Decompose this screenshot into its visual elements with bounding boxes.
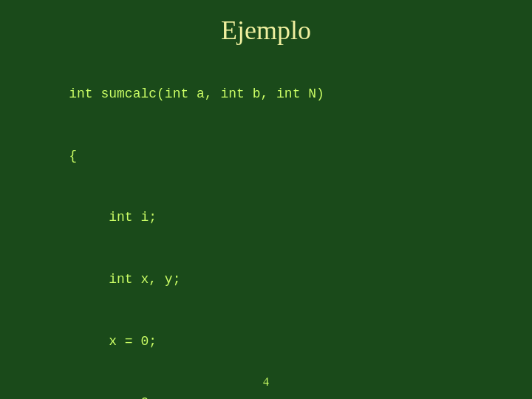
code-line-6: y = 0;: [69, 395, 157, 399]
slide: Ejemplo int sumcalc(int a, int b, int N)…: [0, 0, 532, 399]
code-line-3: int i;: [69, 210, 157, 225]
code-line-2: {: [69, 149, 77, 163]
code-line-1: int sumcalc(int a, int b, int N): [69, 86, 324, 101]
page-number: 4: [263, 375, 269, 389]
code-line-4: int x, y;: [69, 272, 180, 287]
code-block: int sumcalc(int a, int b, int N) { int i…: [30, 64, 502, 399]
slide-title: Ejemplo: [221, 15, 311, 46]
code-line-5: x = 0;: [69, 334, 157, 349]
